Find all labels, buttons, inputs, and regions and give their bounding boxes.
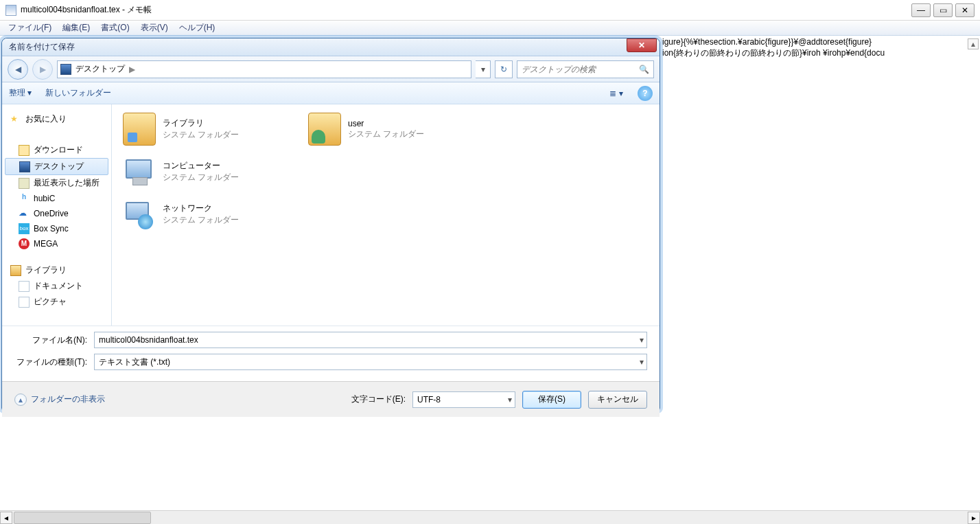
search-box[interactable]: 🔍: [517, 60, 654, 78]
dialog-fields: ファイル名(N): multicol004bsnidanfloat.tex ▾ …: [2, 326, 660, 381]
filetype-value: テキスト文書 (*.txt): [99, 356, 170, 368]
nav-back-button[interactable]: ◀: [8, 59, 28, 80]
tree-item-documents[interactable]: ドキュメント: [2, 278, 111, 294]
onedrive-icon: ☁: [19, 208, 30, 219]
minimize-button[interactable]: ―: [911, 3, 931, 17]
list-item-computer[interactable]: コンピューターシステム フォルダー: [121, 154, 293, 190]
scroll-left-arrow-icon[interactable]: ◂: [0, 512, 12, 524]
visible-text-right: igure}{%¥thesection.¥arabic{figure}}¥@ad…: [662, 37, 973, 58]
tree-item-downloads[interactable]: ダウンロード: [2, 142, 111, 158]
horizontal-scrollbar[interactable]: ◂ ▸: [0, 510, 980, 524]
breadcrumb-chevron-icon[interactable]: ▶: [129, 65, 135, 74]
tree-item-recent[interactable]: 最近表示した場所: [2, 175, 111, 191]
filename-value[interactable]: multicol004bsnidanfloat.tex: [99, 335, 198, 345]
filetype-label: ファイルの種類(T):: [14, 356, 87, 368]
encoding-value: UTF-8: [417, 395, 441, 405]
scroll-right-arrow-icon[interactable]: ▸: [968, 512, 980, 524]
refresh-button[interactable]: ↻: [495, 60, 513, 78]
dialog-close-button[interactable]: ✕: [627, 38, 657, 52]
tree-item-placeholder[interactable]: [2, 127, 111, 142]
new-folder-button[interactable]: 新しいフォルダー: [45, 87, 111, 99]
documents-icon: [19, 281, 30, 292]
encoding-select[interactable]: UTF-8 ▾: [412, 391, 515, 408]
filetype-combobox[interactable]: テキスト文書 (*.txt) ▾: [94, 354, 647, 370]
dialog-footer: ▴ フォルダーの非表示 文字コード(E): UTF-8 ▾ 保存(S) キャンセ…: [2, 381, 660, 417]
filename-combobox[interactable]: multicol004bsnidanfloat.tex ▾: [94, 332, 647, 348]
code-line-1: igure}{%¥thesection.¥arabic{figure}}¥@ad…: [662, 37, 973, 48]
notepad-title: multicol004bsnidanfloat.tex - メモ帳: [21, 4, 911, 16]
chevron-down-icon[interactable]: ▾: [640, 335, 644, 345]
cancel-button[interactable]: キャンセル: [588, 391, 647, 409]
breadcrumb-location[interactable]: デスクトップ: [75, 63, 125, 75]
chevron-down-icon[interactable]: ▾: [508, 395, 512, 405]
search-icon[interactable]: 🔍: [639, 65, 649, 74]
search-input[interactable]: [522, 65, 639, 74]
menu-file[interactable]: ファイル(F): [3, 22, 57, 34]
notepad-icon: [5, 5, 16, 16]
menu-view[interactable]: 表示(V): [135, 22, 174, 34]
encoding-label: 文字コード(E):: [351, 394, 406, 405]
list-item-network[interactable]: ネットワークシステム フォルダー: [121, 196, 650, 232]
help-button[interactable]: ?: [638, 86, 653, 101]
list-item-libraries[interactable]: ライブラリシステム フォルダー: [121, 111, 293, 147]
view-options-button[interactable]: ≣ ▾: [609, 86, 624, 101]
navigation-tree[interactable]: ★お気に入り ダウンロード デスクトップ 最近表示した場所 hhubiC ☁On…: [2, 104, 112, 326]
menu-format[interactable]: 書式(O): [95, 22, 135, 34]
filename-label: ファイル名(N):: [14, 334, 87, 346]
recent-places-icon: [19, 178, 30, 189]
box-icon: box: [19, 223, 30, 234]
tree-item-boxsync[interactable]: boxBox Sync: [2, 221, 111, 236]
blank-icon: [19, 129, 30, 140]
tree-item-pictures[interactable]: ピクチャ: [2, 294, 111, 310]
list-item-user[interactable]: userシステム フォルダー: [307, 111, 478, 147]
menu-edit[interactable]: 編集(E): [57, 22, 95, 34]
close-button[interactable]: ✕: [955, 3, 975, 17]
tree-favorites-header[interactable]: ★お気に入り: [2, 111, 111, 127]
chevron-down-icon[interactable]: ▾: [640, 357, 644, 367]
tree-item-onedrive[interactable]: ☁OneDrive: [2, 206, 111, 221]
navigation-bar: ◀ ▶ デスクトップ ▶ ▾ ↻ 🔍: [2, 56, 660, 82]
dialog-titlebar: 名前を付けて保存 ✕: [2, 38, 660, 56]
maximize-button[interactable]: ▭: [933, 3, 953, 17]
breadcrumb[interactable]: デスクトップ ▶: [57, 60, 471, 78]
computer-icon: [123, 155, 156, 188]
dialog-body: ★お気に入り ダウンロード デスクトップ 最近表示した場所 hhubiC ☁On…: [2, 104, 660, 326]
mega-icon: M: [19, 238, 30, 249]
collapse-arrow-icon: ▴: [14, 394, 27, 406]
menu-help[interactable]: ヘルプ(H): [174, 22, 221, 34]
tree-item-hubic[interactable]: hhubiC: [2, 191, 111, 206]
save-button[interactable]: 保存(S): [522, 391, 581, 409]
tree-libraries-header[interactable]: ライブラリ: [2, 262, 111, 278]
libraries-icon: [10, 265, 21, 276]
code-line-2: ion{終わりの節終わりの節終わりの節}¥iroh ¥irohp¥end{doc…: [662, 48, 973, 59]
star-icon: ★: [10, 114, 21, 125]
breadcrumb-dropdown-button[interactable]: ▾: [476, 60, 491, 78]
save-as-dialog: 名前を付けて保存 ✕ ◀ ▶ デスクトップ ▶ ▾ ↻ 🔍 整理 ▾ 新しいフォ…: [1, 38, 660, 411]
pictures-icon: [19, 297, 30, 308]
file-list-area[interactable]: ライブラリシステム フォルダー userシステム フォルダー コンピューターシス…: [112, 104, 660, 326]
hubic-icon: h: [19, 193, 30, 204]
desktop-icon: [19, 161, 30, 172]
user-folder-icon: [308, 113, 341, 146]
scroll-up-arrow-icon[interactable]: ▴: [968, 38, 979, 49]
hscroll-thumb[interactable]: [14, 512, 151, 524]
menubar: ファイル(F) 編集(E) 書式(O) 表示(V) ヘルプ(H): [0, 21, 980, 36]
network-icon: [123, 198, 156, 231]
nav-forward-button[interactable]: ▶: [32, 59, 53, 80]
organize-menu[interactable]: 整理 ▾: [9, 87, 32, 99]
tree-item-desktop[interactable]: デスクトップ: [5, 158, 108, 175]
downloads-icon: [19, 145, 30, 156]
hide-folders-toggle[interactable]: ▴ フォルダーの非表示: [14, 394, 105, 406]
libraries-folder-icon: [123, 113, 156, 146]
dialog-title: 名前を付けて保存: [9, 41, 75, 53]
hscroll-track[interactable]: [12, 512, 968, 524]
tree-item-mega[interactable]: MMEGA: [2, 236, 111, 251]
desktop-icon: [60, 64, 71, 75]
notepad-titlebar: multicol004bsnidanfloat.tex - メモ帳 ― ▭ ✕: [0, 0, 980, 21]
dialog-toolbar: 整理 ▾ 新しいフォルダー ≣ ▾ ?: [2, 82, 660, 104]
